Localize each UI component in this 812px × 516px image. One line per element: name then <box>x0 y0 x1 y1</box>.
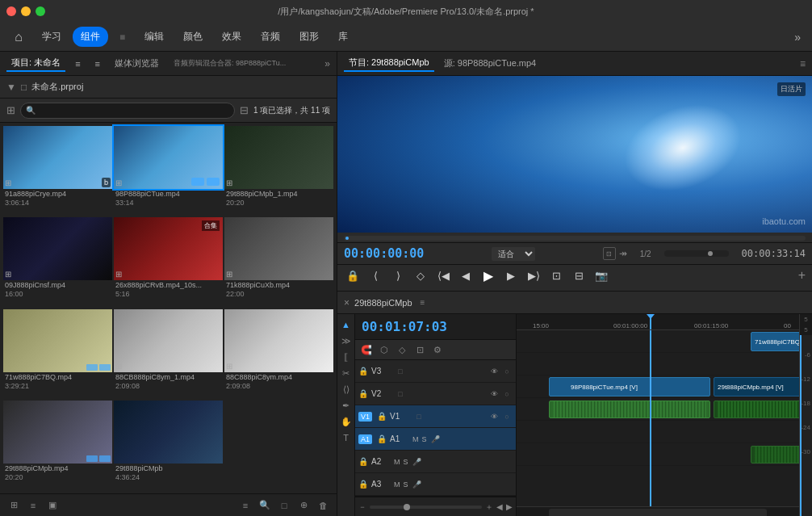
folder-button[interactable]: □ <box>277 498 291 513</box>
tab-menu-icon[interactable]: ≡ <box>70 57 85 70</box>
tab-markers[interactable]: 媒体浏览器 <box>110 56 164 71</box>
v3-mute-icon[interactable]: ○ <box>501 366 513 377</box>
fit-dropdown[interactable]: 适合 25% 50% 100% <box>492 247 535 261</box>
zoom-out-button[interactable]: － <box>358 501 366 513</box>
menu-more-button[interactable]: » <box>789 29 806 45</box>
menu-audio[interactable]: 音频 <box>253 27 288 47</box>
timeline-timecode[interactable]: 00:01:07:03 <box>362 319 447 334</box>
zoom-in-button[interactable]: ＋ <box>485 501 493 513</box>
a2-lock-icon[interactable]: 🔒 <box>358 457 368 466</box>
v3-settings-btn[interactable]: □ <box>394 365 407 378</box>
clip-v3-1[interactable]: 71w888piC7BQ.mp4 [V] <box>751 332 799 351</box>
v2-mute-icon[interactable]: ○ <box>501 388 513 400</box>
timeline-close-button[interactable]: × <box>344 297 349 308</box>
zoom-slider[interactable] <box>664 250 729 257</box>
v1-settings-btn[interactable]: □ <box>412 410 425 423</box>
icon-view-button[interactable]: ▣ <box>45 498 60 513</box>
home-button[interactable]: ⌂ <box>6 26 31 48</box>
menu-edit[interactable]: 编辑 <box>136 27 172 47</box>
v1-eye-icon[interactable]: 👁 <box>488 411 500 422</box>
snap-tool[interactable]: 🧲 <box>358 342 375 358</box>
link-tool[interactable]: ⬡ <box>376 342 392 358</box>
snapshot-btn[interactable]: 📷 <box>592 266 610 284</box>
panel-more-button[interactable]: » <box>324 58 330 69</box>
frame-fwd-btn[interactable]: ▶ <box>502 266 520 284</box>
slip-tool[interactable]: ⟨⟩ <box>339 382 354 396</box>
menu-library[interactable]: 库 <box>330 27 356 47</box>
hand-tool[interactable]: ✋ <box>339 414 354 429</box>
timeline-zoom-slider[interactable] <box>370 506 482 509</box>
list-item[interactable]: b ⊞ 91a888piCrye.mp4 3:06:14 <box>3 126 112 216</box>
minimize-button[interactable] <box>21 6 31 16</box>
scroll-left-button[interactable]: ◀ <box>496 502 503 511</box>
v2-settings-btn[interactable]: □ <box>394 388 407 401</box>
selection-tool[interactable]: ▲ <box>339 317 354 332</box>
razor-tool[interactable]: ✂ <box>339 366 354 380</box>
list-item[interactable]: ⊞ 29t888piCMpb_1.mp4 20:20 <box>224 126 333 216</box>
pen-tool[interactable]: ✒ <box>339 398 354 413</box>
play-btn[interactable]: ▶ <box>479 266 497 284</box>
frame-back-btn[interactable]: ◀ <box>457 266 475 284</box>
v1-mute-icon[interactable]: ○ <box>501 411 513 422</box>
clip-v1-2[interactable]: 29t888piCMpb.mp4 [V] <box>714 377 799 396</box>
tab-program[interactable]: 节目: 29t888piCMpb <box>344 55 434 72</box>
grid-view-icon[interactable]: ⊞ <box>6 104 15 116</box>
v3-lock-icon[interactable]: 🔒 <box>358 367 368 375</box>
v1-lock-icon[interactable]: 🔒 <box>377 412 387 421</box>
menu-graphics[interactable]: 图形 <box>291 27 327 47</box>
zoom-button[interactable]: 🔍 <box>257 498 272 513</box>
list-item[interactable]: ⊞ 88C888piC8ym.mp4 2:09:08 <box>224 309 333 399</box>
menu-color[interactable]: 颜色 <box>175 27 211 47</box>
a2-mic-icon[interactable]: 🎤 <box>412 456 423 468</box>
list-item[interactable]: 71w888piC7BQ.mp4 3:29:21 <box>3 309 112 399</box>
menu-assembly[interactable]: 组件 <box>73 27 108 47</box>
list-item[interactable]: ⊞ 98P888piCTue.mp4 33:14 <box>114 126 223 216</box>
zoom-tool[interactable]: T <box>339 430 354 445</box>
a3-mic-icon[interactable]: 🎤 <box>412 479 423 490</box>
preview-more-button[interactable]: ≡ <box>800 58 806 69</box>
close-button[interactable] <box>6 6 16 16</box>
v2-lock-icon[interactable]: 🔒 <box>358 389 368 398</box>
mark-clip-btn[interactable]: ⟩ <box>389 266 407 284</box>
list-view-button[interactable]: ≡ <box>26 498 40 513</box>
timeline-scrollbar[interactable] <box>517 506 799 516</box>
menu-learn[interactable]: 学习 <box>34 27 69 47</box>
clip-v1-1[interactable]: 98P888piCTue.mp4 [V] <box>549 377 710 396</box>
mark-out-btn[interactable]: ⟨ <box>366 266 384 284</box>
tab-source[interactable]: 源: 98P888piCTue.mp4 <box>439 56 542 71</box>
menu-effects[interactable]: 效果 <box>214 27 249 47</box>
ripple-edit-tool[interactable]: ⟦ <box>339 350 354 364</box>
list-item[interactable]: ⊞ 71k888piCuXb.mp4 22:00 <box>224 217 333 307</box>
a1-lock-icon[interactable]: 🔒 <box>377 434 387 443</box>
a1-mic-icon[interactable]: 🎤 <box>430 434 442 445</box>
add-marker-tool[interactable]: ◇ <box>394 342 410 358</box>
list-item[interactable]: 合集 ⊞ 26x888piCRvB.mp4_10s... 5:16 <box>114 217 223 307</box>
new-bin-button[interactable]: ⊞ <box>6 498 21 513</box>
clip-a1-2[interactable] <box>714 401 799 418</box>
output-icon[interactable]: ↠ <box>619 248 627 259</box>
list-item[interactable]: 29t888piCMpb 4:36:24 <box>114 401 223 490</box>
a3-lock-icon[interactable]: 🔒 <box>358 480 368 489</box>
list-item[interactable]: ⊞ 88CB888piC8ym_1.mp4 2:09:08 <box>114 309 223 399</box>
new-item-button[interactable]: ⊕ <box>296 498 311 513</box>
safe-zone-icon[interactable]: ⊡ <box>603 247 616 260</box>
window-controls[interactable] <box>6 6 45 16</box>
tab-project[interactable]: 项目: 未命名 <box>6 55 65 72</box>
extract-btn[interactable]: ⊟ <box>570 266 588 284</box>
filter-icon[interactable]: ⊟ <box>240 104 249 116</box>
scroll-right-button[interactable]: ▶ <box>506 502 513 511</box>
find-button[interactable]: ≡ <box>238 498 253 513</box>
timecode-start[interactable]: 00:00:00:00 <box>344 246 424 261</box>
clip-a1-1[interactable] <box>549 401 710 418</box>
mark-in-btn[interactable]: 🔒 <box>344 266 362 284</box>
list-item[interactable]: 29t888piCMpb.mp4 20:20 <box>3 401 112 490</box>
preview-add-button[interactable]: + <box>798 268 806 283</box>
step-back-btn[interactable]: ⟨◀ <box>434 266 452 284</box>
tab-audio-mixer[interactable]: 音频剪辑混合合器: 98P888piCTu... <box>169 57 291 70</box>
timeline-tool-4[interactable]: ⊡ <box>412 342 428 358</box>
v3-eye-icon[interactable]: 👁 <box>488 366 500 377</box>
maximize-button[interactable] <box>36 6 45 16</box>
step-fwd-btn[interactable]: ▶⟩ <box>525 266 542 284</box>
tab-media-browser[interactable]: ≡ <box>90 57 105 70</box>
search-box[interactable]: 🔍 <box>20 103 235 119</box>
